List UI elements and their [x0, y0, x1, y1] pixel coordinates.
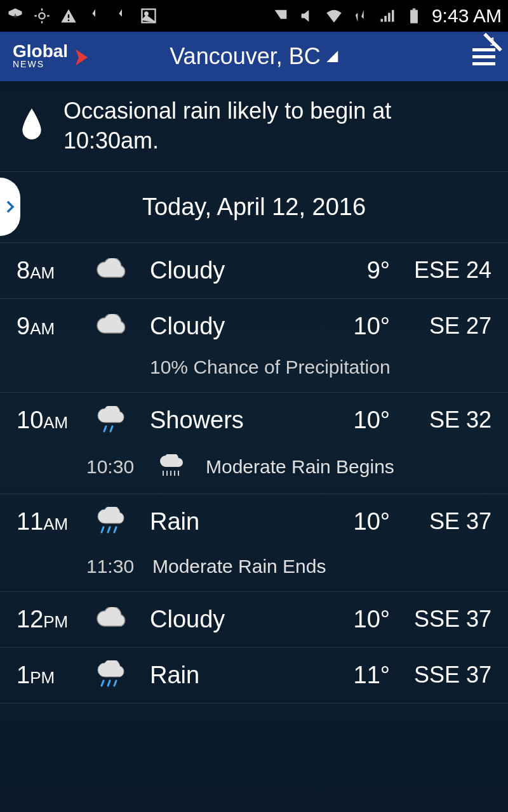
weather-alert[interactable]: Occasional rain likely to begin at 10:30… [0, 81, 508, 172]
status-time: 9:43 AM [432, 5, 502, 27]
dropdown-icon [327, 51, 338, 62]
hour-row[interactable]: 8AM Cloudy 9° ESE 24 [0, 243, 508, 299]
wind: SE 37 [390, 508, 491, 535]
hourly-list: 8AM Cloudy 9° ESE 24 9AM Cloudy 10° SE 2… [0, 243, 508, 704]
svg-rect-3 [68, 20, 69, 21]
cast-icon [272, 7, 290, 25]
weather-icon [93, 606, 131, 632]
wifi-icon [325, 7, 343, 25]
app-header: Global NEWS ➤ Vancouver, BC 1 [0, 32, 508, 81]
svg-rect-7 [413, 8, 416, 10]
hour-row[interactable]: 10AM Showers 10° SE 32 10:30 Moderate Ra… [0, 393, 508, 494]
hour-time: 1PM [17, 662, 93, 689]
svg-rect-2 [68, 15, 69, 18]
location-label: Vancouver, BC [170, 43, 320, 70]
temperature: 10° [320, 313, 390, 340]
svg-text:+: + [13, 11, 18, 21]
event-time: 11:30 [86, 556, 137, 577]
hour-time: 9AM [17, 313, 93, 340]
download-icon [113, 7, 131, 25]
svg-point-5 [145, 12, 148, 15]
condition-label: Rain [150, 662, 320, 689]
android-status-bar: + 9:43 AM [0, 0, 508, 32]
brand-top: Global [13, 44, 68, 59]
warning-icon [60, 7, 77, 25]
hour-row[interactable]: 1PM Rain 11° SSE 37 [0, 648, 508, 704]
event-time: 10:30 [86, 456, 137, 478]
hour-time: 12PM [17, 606, 93, 633]
precip-chance: 10% Chance of Precipitation [150, 357, 491, 378]
svg-rect-6 [410, 10, 418, 23]
data-icon [352, 7, 370, 25]
weather-icon [93, 509, 131, 534]
hour-row[interactable]: 11AM Rain 10° SE 37 11:30 Moderate Rain … [0, 494, 508, 592]
temperature: 10° [320, 407, 390, 434]
wind: ESE 24 [390, 257, 491, 284]
weather-icon [93, 407, 131, 433]
hour-time: 11AM [17, 508, 93, 535]
condition-label: Rain [150, 508, 320, 535]
weather-icon [93, 313, 131, 339]
weather-icon [93, 258, 131, 283]
menu-button[interactable]: 1 [472, 48, 495, 65]
side-drawer-handle[interactable] [0, 178, 20, 236]
wind: SE 27 [390, 313, 491, 339]
date-label: Today, April 12, 2016 [142, 193, 366, 220]
location-selector[interactable]: Vancouver, BC [170, 43, 338, 70]
signal-icon [378, 7, 396, 25]
wind: SE 32 [390, 407, 491, 433]
weather-event: 11:30 Moderate Rain Ends [86, 556, 491, 577]
hour-row[interactable]: 12PM Cloudy 10° SSE 37 [0, 592, 508, 648]
event-label: Moderate Rain Ends [152, 556, 326, 577]
mute-icon [298, 7, 316, 25]
raindrop-icon [19, 108, 44, 144]
condition-label: Cloudy [150, 257, 320, 284]
condition-label: Cloudy [150, 606, 320, 633]
event-icon [152, 454, 190, 480]
status-icon: + [6, 7, 24, 25]
weather-event: 10:30 Moderate Rain Begins [86, 454, 491, 480]
brand-arrow-icon: ➤ [74, 42, 89, 71]
wind: SSE 37 [390, 662, 491, 688]
svg-point-1 [39, 13, 44, 18]
temperature: 11° [320, 662, 390, 689]
hour-time: 8AM [17, 257, 93, 284]
hour-row[interactable]: 9AM Cloudy 10° SE 27 10% Chance of Preci… [0, 299, 508, 393]
hour-time: 10AM [17, 407, 93, 434]
image-icon [140, 7, 157, 25]
download-icon [86, 7, 104, 25]
date-header: Today, April 12, 2016 [0, 172, 508, 243]
battery-icon [405, 7, 423, 25]
wind: SSE 37 [390, 606, 491, 632]
location-icon [33, 7, 51, 25]
temperature: 9° [320, 257, 390, 284]
alert-text: Occasional rain likely to begin at 10:30… [64, 96, 489, 156]
temperature: 10° [320, 508, 390, 535]
condition-label: Showers [150, 407, 320, 434]
brand-logo[interactable]: Global NEWS ➤ [13, 42, 92, 71]
weather-icon [93, 662, 131, 688]
condition-label: Cloudy [150, 313, 320, 340]
event-label: Moderate Rain Begins [206, 456, 394, 478]
temperature: 10° [320, 606, 390, 633]
